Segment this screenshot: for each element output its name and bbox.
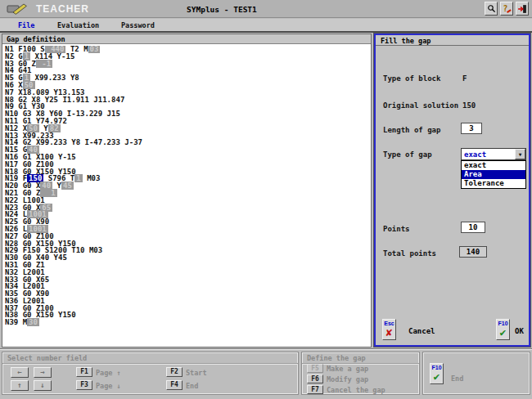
f3-key[interactable]: F3 — [76, 380, 92, 390]
arrow-down-button[interactable]: ↓ — [34, 380, 52, 391]
svg-text:?: ? — [503, 4, 508, 13]
gcode-line[interactable]: N24 L1001 — [5, 211, 370, 218]
gcode-list: N1 F100 S 440 T2 M03N2 G1 X114 Y-15N3 G0… — [5, 46, 370, 346]
type-of-block-label: Type of block — [383, 74, 440, 83]
f6-key[interactable]: F6 — [307, 374, 323, 383]
select-number-field-header: Select number field — [2, 352, 298, 364]
f1-label: Page ↑ — [96, 369, 121, 377]
ok-button[interactable]: F10 ✔ — [496, 319, 510, 340]
gcode-line[interactable]: N8 G2 X8 Y25 I1.911 J11.847 — [5, 96, 370, 104]
menu-bar: File Evaluation Password — [0, 19, 532, 33]
define-the-gap-group: Define the gap F5 Make a gap F6 Modify g… — [301, 352, 420, 395]
code-text: M03 — [83, 174, 101, 182]
arrow-up-button[interactable]: ↑ — [11, 380, 29, 391]
help-button[interactable]: ? — [500, 2, 513, 16]
green-check-icon: ✔ — [497, 327, 509, 338]
gcode-line[interactable]: N26 L1001 — [5, 226, 370, 233]
total-points-label: Total points — [383, 249, 436, 258]
gcode-line[interactable]: N32 L2001 — [5, 269, 370, 276]
type-of-gap-combobox[interactable]: exact ▼ — [461, 148, 526, 160]
gcode-line[interactable]: N25 G0 X90 — [5, 218, 370, 226]
gcode-line[interactable]: N20 G0 X40 Y45 — [5, 182, 370, 190]
type-of-block-value: F — [462, 74, 467, 83]
gap-field[interactable]: -1 — [36, 60, 52, 68]
gcode-line[interactable]: N38 G0 X150 Y150 — [5, 312, 370, 319]
chevron-down-icon[interactable]: ▼ — [515, 149, 525, 159]
f3-label: Page ↓ — [96, 382, 121, 390]
select-number-field-group: Select number field ← → ↑ ↓ F1 Page ↑ F2… — [2, 352, 299, 395]
arrow-right-button[interactable]: → — [34, 367, 52, 378]
pencil-app-icon — [7, 2, 28, 15]
titlebar-buttons: ? — [485, 2, 529, 16]
f10-end-button[interactable]: F10 ✔ — [430, 363, 444, 384]
f7-label: Cancel the gap — [327, 386, 385, 394]
gcode-line[interactable]: N14 G2 X99.233 Y8 I-47.233 J-37 — [5, 139, 370, 146]
menu-file[interactable]: File — [18, 21, 34, 29]
f7-key[interactable]: F7 — [307, 385, 323, 394]
gcode-line[interactable]: N22 L1001 — [5, 197, 370, 204]
gcode-line[interactable]: N2 G1 X114 Y-15 — [5, 53, 370, 61]
window-title: SYMplus - TEST1 — [187, 5, 257, 14]
dropdown-option-area[interactable]: Area — [462, 170, 525, 179]
length-of-gap-input[interactable]: 3 — [461, 123, 482, 134]
green-check-icon-bottom: ✔ — [431, 371, 443, 383]
exit-button[interactable] — [516, 2, 529, 16]
gap-definition-panel: Gap definition N1 F100 S 440 T2 M03N2 G1… — [2, 34, 372, 347]
ok-button-label[interactable]: OK — [515, 327, 524, 335]
cancel-button[interactable]: Esc ✘ — [382, 319, 396, 340]
gcode-line[interactable]: N35 G0 X90 — [5, 290, 370, 298]
dropdown-option-exact[interactable]: exact — [462, 161, 525, 170]
gcode-line[interactable]: N33 G0 X65 — [5, 276, 370, 284]
dialog-title: Fill the gap — [376, 35, 529, 46]
title-bar: TEACHER SYMplus - TEST1 ? — [0, 0, 532, 18]
f2-label: Start — [186, 369, 207, 377]
length-of-gap-label: Length of gap — [383, 126, 440, 134]
function-key-bar: Select number field ← → ↑ ↓ F1 Page ↑ F2… — [0, 348, 532, 399]
menu-password[interactable]: Password — [121, 21, 155, 29]
cancel-button-label[interactable]: Cancel — [408, 327, 435, 335]
end-label: End — [451, 374, 463, 383]
f5-label: Make a gap — [327, 365, 368, 373]
gcode-line[interactable]: N30 G0 X40 Y45 — [5, 254, 370, 262]
gap-field[interactable]: 1 — [74, 174, 82, 182]
type-of-gap-label: Type of gap — [383, 150, 432, 159]
f6-label: Modify gap — [327, 375, 368, 383]
gcode-line[interactable]: N23 G0 X65 — [5, 204, 370, 212]
original-solution-value: 150 — [462, 101, 476, 110]
gcode-line[interactable]: N34 L2001 — [5, 283, 370, 290]
panel-title: Gap definition — [2, 34, 371, 44]
gcode-line[interactable]: N3 G0 Z -1 — [5, 61, 370, 68]
zoom-button[interactable] — [485, 2, 498, 16]
f4-label: End — [186, 382, 198, 390]
gap-field[interactable]: 30 — [27, 318, 39, 326]
end-group: F10 ✔ End — [422, 352, 530, 395]
combobox-value: exact — [464, 150, 486, 159]
points-input[interactable]: 10 — [461, 222, 485, 233]
gcode-line[interactable]: N21 G0 Z 1 — [5, 190, 370, 197]
f1-key[interactable]: F1 — [76, 367, 92, 377]
gcode-line[interactable]: N12 X50 Y82 — [5, 125, 370, 132]
f5-key[interactable]: F5 — [307, 364, 323, 373]
main-area: Gap definition N1 F100 S 440 T2 M03N2 G1… — [0, 33, 532, 348]
gcode-line[interactable]: N5 G1 X99.233 Y8 — [5, 74, 370, 82]
gcode-line[interactable]: N16 G1 X100 Y-15 — [5, 154, 370, 161]
menu-evaluation[interactable]: Evaluation — [57, 21, 99, 29]
magnifier-icon — [487, 4, 496, 13]
mode-label: TEACHER — [36, 3, 89, 15]
gap-field[interactable]: 45 — [61, 182, 74, 190]
exit-icon — [517, 4, 527, 14]
help-edit-icon: ? — [502, 3, 512, 14]
gcode-line[interactable]: N39 M30 — [5, 319, 370, 326]
dropdown-option-tolerance[interactable]: Tolerance — [462, 179, 525, 188]
code-text: X99.233 Y8 — [30, 74, 79, 82]
f4-key[interactable]: F4 — [166, 380, 183, 390]
arrow-left-button[interactable]: ← — [11, 367, 29, 378]
points-label: Points — [383, 225, 410, 233]
gcode-line[interactable]: N31 G0 Z1 — [5, 262, 370, 269]
gcode-line[interactable]: N36 L2001 — [5, 298, 370, 305]
define-the-gap-header: Define the gap — [302, 352, 419, 364]
f2-key[interactable]: F2 — [166, 367, 183, 377]
gap-field[interactable]: 03 — [88, 46, 101, 53]
code-text: N39 M — [5, 318, 27, 326]
fill-the-gap-dialog: Fill the gap Type of block F Original so… — [374, 34, 530, 347]
